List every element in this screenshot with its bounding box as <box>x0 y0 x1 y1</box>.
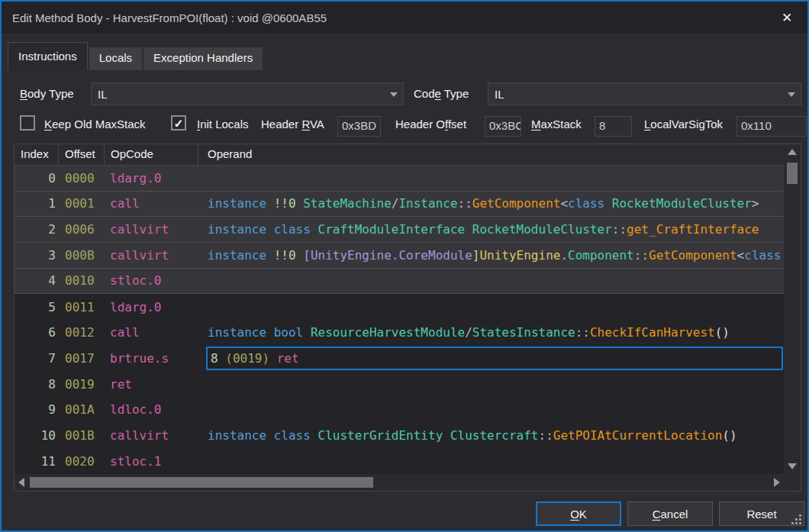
operand-token: instance <box>208 248 274 263</box>
operand-token: RocketModuleCluster <box>612 196 752 211</box>
cell-index: 8 <box>15 377 59 392</box>
code-type-value: IL <box>495 88 504 101</box>
horizontal-scrollbar[interactable] <box>15 474 784 491</box>
keep-old-maxstack-checkbox[interactable] <box>20 115 35 131</box>
cell-index: 5 <box>15 300 59 314</box>
operand-token: () <box>715 325 730 340</box>
dialog-title: Edit Method Body - HarvestFromPOI(float)… <box>12 11 327 24</box>
keep-old-maxstack-label: Keep Old MaxStack <box>44 118 146 131</box>
operand-token: instance <box>208 222 274 237</box>
cell-opcode: callvirt <box>105 428 198 443</box>
scroll-up-icon[interactable] <box>788 149 797 155</box>
operand-token: 0019 <box>233 351 263 366</box>
cell-operand: instance class ClusterGridEntity Cluster… <box>198 423 784 449</box>
operand-token: StatesInstance <box>472 325 575 340</box>
tab-instructions[interactable]: Instructions <box>8 42 88 70</box>
table-row[interactable]: 110020stloc.1 <box>15 448 784 474</box>
column-header-operand[interactable]: Operand <box>198 144 784 165</box>
reset-button[interactable]: Reset <box>719 501 804 526</box>
table-row[interactable]: 9001Aldloc.0 <box>15 397 784 423</box>
maxstack-field[interactable]: 8 <box>595 116 632 137</box>
operand-token <box>465 222 472 237</box>
cell-offset: 0017 <box>59 351 105 366</box>
cell-opcode: call <box>105 325 198 340</box>
ok-button[interactable]: OK <box>536 501 621 526</box>
operand-token: :: <box>458 196 472 211</box>
column-header-offset[interactable]: Offset <box>59 144 105 165</box>
scroll-down-icon[interactable] <box>788 463 797 469</box>
tab-locals[interactable]: Locals <box>89 47 142 70</box>
operand-editor[interactable]: 8 (0019) ret <box>206 347 783 371</box>
cell-operand <box>198 294 784 320</box>
grid-header: Index Offset OpCode Operand <box>15 144 784 166</box>
cell-offset: 001B <box>59 428 105 443</box>
init-locals-checkbox[interactable]: ✓ <box>171 115 186 131</box>
cancel-button[interactable]: Cancel <box>627 501 713 526</box>
table-row[interactable]: 80019ret <box>15 371 784 397</box>
cell-opcode: callvirt <box>105 222 198 237</box>
header-offset-field[interactable]: 0x3BC <box>485 116 521 137</box>
resize-grip-icon[interactable] <box>799 522 801 524</box>
operand-token: UnityEngine <box>479 248 560 263</box>
table-row[interactable]: 40010stloc.0 <box>15 269 784 295</box>
title-bar: Edit Method Body - HarvestFromPOI(float)… <box>2 2 807 34</box>
column-header-opcode[interactable]: OpCode <box>105 144 198 165</box>
operand-token: . <box>560 248 568 263</box>
operand-token <box>443 428 450 443</box>
operand-token: GetComponent <box>472 196 561 211</box>
operand-token: ClusterGridEntity <box>318 428 443 443</box>
operand-token: UnityEngine.CoreModule <box>311 248 472 263</box>
code-type-label: Code Type <box>414 87 469 100</box>
cell-opcode: ret <box>105 377 198 392</box>
cell-index: 2 <box>15 222 59 237</box>
operand-token: ] <box>472 248 480 263</box>
horizontal-scrollbar-thumb[interactable] <box>30 477 373 488</box>
operand-token: :: <box>539 428 553 443</box>
chevron-down-icon <box>788 92 795 97</box>
body-type-value: IL <box>98 88 108 101</box>
code-type-select[interactable]: IL <box>488 82 801 105</box>
operand-token: / <box>392 196 399 211</box>
operand-token: > <box>752 196 759 211</box>
close-icon[interactable]: ✕ <box>777 8 797 27</box>
operand-token: Component <box>568 248 634 263</box>
cell-index: 4 <box>15 273 59 288</box>
cell-offset: 0006 <box>59 222 105 237</box>
operand-token: !!0 <box>274 196 304 211</box>
vertical-scrollbar[interactable] <box>784 144 801 474</box>
instructions-grid: Index Offset OpCode Operand 00000ldarg.0… <box>14 143 801 492</box>
table-row[interactable]: 10001callinstance !!0 StateMachine/Insta… <box>15 192 784 218</box>
cell-operand <box>198 269 784 294</box>
cell-index: 9 <box>15 402 59 417</box>
scroll-right-icon[interactable] <box>774 478 780 487</box>
operand-token: !!0 <box>274 248 304 263</box>
header-rva-field[interactable]: 0x3BD <box>337 116 381 137</box>
cell-operand <box>198 166 784 191</box>
cell-offset: 0001 <box>59 196 105 211</box>
tab-exception-handlers[interactable]: Exception Handlers <box>143 47 263 70</box>
localvarsigtok-field[interactable]: 0x110 <box>736 116 807 137</box>
table-row[interactable]: 10001Bcallvirtinstance class ClusterGrid… <box>15 423 784 449</box>
cell-offset: 0012 <box>59 325 105 340</box>
cell-offset: 0000 <box>59 171 105 185</box>
operand-token: class <box>568 196 612 211</box>
vertical-scrollbar-thumb[interactable] <box>787 163 798 184</box>
cell-operand <box>198 448 784 474</box>
body-type-label: Body Type <box>20 87 74 100</box>
table-row[interactable]: 50011ldarg.0 <box>15 294 784 320</box>
cell-index: 1 <box>15 196 59 211</box>
cell-opcode: callvirt <box>105 248 198 263</box>
table-row[interactable]: 00000ldarg.0 <box>15 166 784 192</box>
operand-token: [ <box>303 248 311 263</box>
operand-token: class <box>744 248 781 263</box>
cell-opcode: call <box>105 196 198 211</box>
table-row[interactable]: 3000Bcallvirtinstance !!0 [UnityEngine.C… <box>15 243 784 269</box>
table-row[interactable]: 20006callvirtinstance class CraftModuleI… <box>15 217 784 243</box>
column-header-index[interactable]: Index <box>15 144 59 165</box>
table-row[interactable]: 60012callinstance bool ResourceHarvestMo… <box>15 320 784 346</box>
scroll-left-icon[interactable] <box>18 478 24 487</box>
table-row[interactable]: 70017brtrue.s8 (0019) ret <box>15 346 784 372</box>
cell-index: 6 <box>15 325 59 340</box>
operand-token: instance <box>208 196 274 211</box>
body-type-select[interactable]: IL <box>91 82 404 105</box>
